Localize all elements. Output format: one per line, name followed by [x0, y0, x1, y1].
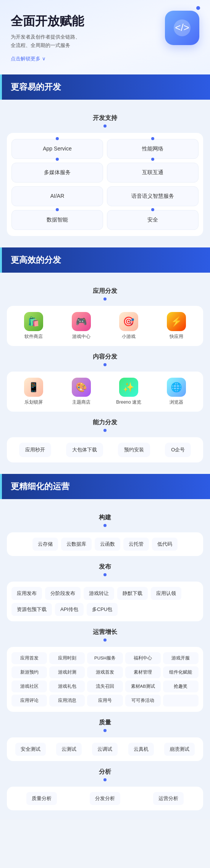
breeno-icon: ✨ [119, 378, 138, 397]
growth-17[interactable]: 应用号 [87, 695, 123, 706]
quick-app-icon: ⚡ [167, 312, 186, 331]
ops-section-title: 更精细化的运营 [11, 481, 69, 492]
hero-section: 全面开放赋能 为开发者及创作者提供全链路、全流程、全周期的一式服务 点击解锁更多… [0, 0, 210, 74]
dist-content-area: 应用分发 🛍️ 软件商店 🎮 游戏中心 🎯 小游戏 ⚡ 快应用 内容分发 [0, 273, 210, 472]
browser-icon: 🌐 [167, 378, 186, 397]
build-item-db[interactable]: 云数据库 [61, 538, 92, 551]
growth-9[interactable]: 组件化赋能 [163, 666, 199, 678]
dot-top-7 [56, 208, 59, 211]
growth-0[interactable]: 应用首发 [11, 652, 47, 664]
growth-5[interactable]: 新游预约 [11, 666, 47, 678]
build-item-func[interactable]: 云函数 [95, 538, 120, 551]
pub-staged[interactable]: 分阶段发布 [45, 587, 81, 600]
dev-item-iot[interactable]: 互联互通 [107, 163, 199, 183]
build-item-storage[interactable]: 云存储 [32, 538, 58, 551]
growth-8[interactable]: 素材管理 [125, 666, 161, 678]
analysis-title: 分析 [7, 768, 203, 781]
growth-10[interactable]: 游戏社区 [11, 680, 47, 692]
build-item-hosting[interactable]: 云托管 [123, 538, 149, 551]
build-grid: 云存储 云数据库 云函数 云托管 低代码 [7, 532, 203, 556]
quality-grid: 安全测试 云测试 云调试 云真机 崩溃测试 [7, 737, 203, 761]
dot-top-8 [151, 208, 154, 211]
growth-2[interactable]: PUSH服务 [87, 652, 123, 664]
dist-item-lockscreen[interactable]: 📱 乐划锁屏 [11, 378, 56, 406]
dist-item-quick-app[interactable]: ⚡ 快应用 [154, 312, 199, 340]
quality-4[interactable]: 崩溃测试 [164, 743, 195, 756]
mini-game-icon: 🎯 [119, 312, 138, 331]
dist-item-game-center[interactable]: 🎮 游戏中心 [59, 312, 104, 340]
dev-item-media[interactable]: 多媒体服务 [11, 163, 103, 183]
growth-grid: 应用首发 应用时刻 PUSH服务 福利中心 游戏开服 新游预约 游戏封测 游戏首… [7, 647, 203, 712]
dev-item-data[interactable]: 数据智能 [11, 210, 103, 230]
app-dist-grid: 🛍️ 软件商店 🎮 游戏中心 🎯 小游戏 ⚡ 快应用 [7, 306, 203, 346]
analysis-0[interactable]: 质量分析 [26, 792, 57, 805]
section-bar-2 [0, 247, 2, 273]
pub-transfer[interactable]: 游戏转让 [84, 587, 114, 600]
dev-item-ai[interactable]: AI/AR [11, 186, 103, 206]
dev-item-perf[interactable]: 性能网络 [107, 139, 199, 159]
pub-silent[interactable]: 静默下载 [117, 587, 148, 600]
pub-claim[interactable]: 应用认领 [151, 587, 181, 600]
dist-item-theme[interactable]: 🎨 主题商店 [59, 378, 104, 406]
cap-bigpkg[interactable]: 大包体下载 [66, 443, 103, 457]
growth-16[interactable]: 应用消息 [49, 695, 85, 706]
growth-12[interactable]: 流失召回 [87, 680, 123, 692]
pub-api[interactable]: API传包 [55, 603, 84, 616]
growth-6[interactable]: 游戏封测 [49, 666, 85, 678]
growth-4[interactable]: 游戏开服 [163, 652, 199, 664]
hero-link-text: 点击解锁更多 [11, 55, 40, 62]
pub-multicpu[interactable]: 多CPU包 [87, 603, 118, 616]
growth-7[interactable]: 游戏首发 [87, 666, 123, 678]
ability-dist-title: 能力分发 [7, 419, 203, 432]
dist-item-store[interactable]: 🛍️ 软件商店 [11, 312, 56, 340]
dev-item-voice[interactable]: 语音语义智慧服务 [107, 186, 199, 206]
section-bar [0, 74, 2, 100]
dev-item-appservice[interactable]: App Service [11, 139, 103, 159]
pub-release[interactable]: 应用发布 [11, 587, 42, 600]
dist-item-breeno[interactable]: ✨ Breeno 速览 [107, 378, 151, 406]
cap-preorder[interactable]: 预约安装 [118, 443, 150, 457]
quality-0[interactable]: 安全测试 [15, 743, 46, 756]
quality-1[interactable]: 云测试 [56, 743, 82, 756]
analysis-grid: 质量分析 分发分析 运营分析 [7, 787, 203, 810]
dev-section-header: 更容易的开发 [0, 74, 210, 100]
ops-content-area: 构建 云存储 云数据库 云函数 云托管 低代码 发布 应用发布 分阶段发布 游戏… [0, 499, 210, 820]
content-dist-title: 内容分发 [7, 353, 203, 366]
quality-title: 质量 [7, 719, 203, 732]
dot-top-2 [151, 137, 154, 140]
dot-bottom-1 [56, 158, 59, 161]
growth-1[interactable]: 应用时刻 [49, 652, 85, 664]
growth-19 [163, 695, 199, 706]
chevron-down-icon: ∨ [42, 56, 46, 61]
dist-item-mini-game[interactable]: 🎯 小游戏 [107, 312, 151, 340]
pub-resource[interactable]: 资源包预下载 [11, 603, 52, 616]
dev-section-title: 更容易的开发 [11, 81, 61, 93]
ability-dist-grid: 应用秒开 大包体下载 预约安装 O企号 [7, 437, 203, 462]
analysis-1[interactable]: 分发分析 [90, 792, 120, 805]
dist-section-title: 更高效的分发 [11, 254, 61, 266]
quality-2[interactable]: 云调试 [92, 743, 118, 756]
dev-sub-title: 开发支持 [7, 114, 203, 128]
cap-oqihao[interactable]: O企号 [165, 443, 191, 457]
growth-3[interactable]: 福利中心 [125, 652, 161, 664]
dist-item-browser[interactable]: 🌐 浏览器 [154, 378, 199, 406]
growth-14[interactable]: 抢趣奖 [163, 680, 199, 692]
section-bar-3 [0, 474, 2, 499]
growth-11[interactable]: 游戏礼包 [49, 680, 85, 692]
dist-section-header: 更高效的分发 [0, 247, 210, 273]
analysis-2[interactable]: 运营分析 [153, 792, 184, 805]
build-item-lowcode[interactable]: 低代码 [152, 538, 178, 551]
app-dist-row: 🛍️ 软件商店 🎮 游戏中心 🎯 小游戏 ⚡ 快应用 [11, 312, 199, 340]
growth-13[interactable]: 素材AB测试 [125, 680, 161, 692]
growth-15[interactable]: 应用评论 [11, 695, 47, 706]
app-dist-title: 应用分发 [7, 287, 203, 301]
growth-title: 运营增长 [7, 628, 203, 642]
cap-instant[interactable]: 应用秒开 [19, 443, 51, 457]
publish-title: 发布 [7, 563, 203, 576]
hero-link[interactable]: 点击解锁更多 ∨ [11, 55, 199, 62]
quality-3[interactable]: 云真机 [128, 743, 154, 756]
growth-18[interactable]: 可可券活动 [125, 695, 161, 706]
dev-item-security[interactable]: 安全 [107, 210, 199, 230]
dot-bottom-2 [151, 158, 154, 161]
content-dist-row: 📱 乐划锁屏 🎨 主题商店 ✨ Breeno 速览 🌐 浏览器 [11, 378, 199, 406]
